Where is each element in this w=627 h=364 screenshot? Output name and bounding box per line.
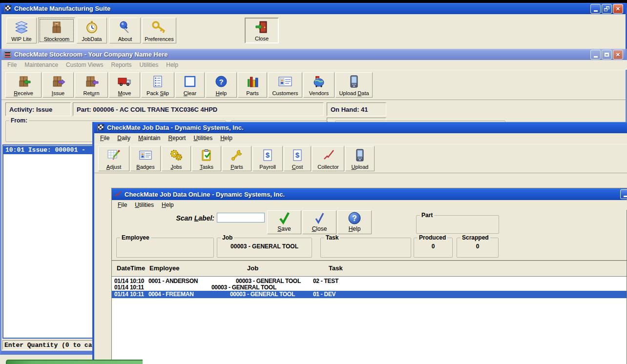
close-button[interactable]: Close xyxy=(302,210,336,234)
table-row[interactable]: 01/14 10:10 0001 - ANDERSON 00003 - GENE… xyxy=(112,278,627,284)
divider xyxy=(112,260,627,262)
upload-button[interactable]: Upload xyxy=(345,146,375,171)
table-row-selected[interactable]: 01/14 10:11 0004 - FREEMAN 00003 - GENER… xyxy=(112,291,627,298)
customers-button[interactable]: Customers xyxy=(268,72,302,98)
help-button[interactable]: ? Help xyxy=(206,72,237,98)
maximize-button[interactable] xyxy=(602,50,612,60)
stockroom-icon xyxy=(50,18,63,36)
online-titlebar[interactable]: CheckMate Job Data OnLine - Dynamic Syst… xyxy=(112,188,627,200)
payroll-button[interactable]: $ Payroll xyxy=(252,146,283,171)
suite-titlebar[interactable]: CheckMate Manufacturing Suite ✕ xyxy=(1,3,626,14)
pack-slip-icon xyxy=(152,73,164,90)
cost-label: Cost xyxy=(292,164,303,170)
jobdata-parts-button[interactable]: Parts xyxy=(222,146,251,171)
pda-icon xyxy=(355,146,365,164)
minimize-button[interactable] xyxy=(590,4,601,14)
wip-lite-button[interactable]: WIP Lite xyxy=(6,18,37,43)
minimize-icon xyxy=(624,196,627,197)
cell-job: 00003 - GENERAL TOOL xyxy=(230,291,295,298)
close-check-icon xyxy=(312,211,327,225)
parts-button[interactable]: Parts xyxy=(238,72,267,98)
list-item-selected[interactable]: 10:01 Issue: 000001 - xyxy=(3,146,93,154)
save-label: Save xyxy=(277,225,291,232)
tasks-button[interactable]: Tasks xyxy=(192,146,221,171)
jobdata-button[interactable]: JobData xyxy=(77,18,107,43)
menu-file[interactable]: File xyxy=(96,134,113,142)
close-label: Close xyxy=(312,225,327,232)
minimize-icon xyxy=(594,56,598,58)
stockroom-titlebar[interactable]: CheckMate Stockroom - Your Company Name … xyxy=(1,49,626,60)
issue-button[interactable]: Issue xyxy=(42,72,74,98)
menu-custom-views[interactable]: Custom Views xyxy=(62,61,107,69)
menu-help[interactable]: Help xyxy=(216,134,236,142)
desktop: CheckMate Manufacturing Suite ✕ WIP Lite… xyxy=(0,0,627,364)
vendors-button[interactable]: Vendors xyxy=(303,72,334,98)
menu-help[interactable]: Help xyxy=(158,201,178,209)
employee-label: Employee xyxy=(120,234,151,241)
adjust-label: Adjust xyxy=(106,164,122,170)
table-row[interactable]: 01/14 10:11 00003 - GENERAL TOOL xyxy=(112,284,627,291)
cell-employee: 0001 - ANDERSON xyxy=(148,278,198,284)
suite-close-button[interactable]: Close xyxy=(245,18,279,43)
adjust-grid-pencil-icon xyxy=(107,146,121,164)
jobs-button[interactable]: Jobs xyxy=(162,146,191,171)
collector-button[interactable]: Collector xyxy=(312,146,344,171)
save-button[interactable]: Save xyxy=(267,210,301,234)
suite-close-label: Close xyxy=(255,36,269,41)
adjust-button[interactable]: Adjust xyxy=(98,146,129,171)
menu-daily[interactable]: Daily xyxy=(113,134,134,142)
menu-report[interactable]: Report xyxy=(164,134,189,142)
wrench-icon xyxy=(230,146,243,164)
red-check-icon xyxy=(114,191,122,198)
issue-box-icon xyxy=(51,73,65,90)
menu-reports[interactable]: Reports xyxy=(107,61,136,69)
part-field: Part: 000006 - AC COIL TRANE TXC036C 4HP… xyxy=(73,102,324,116)
help-button[interactable]: ? Help xyxy=(337,210,372,234)
receive-button[interactable]: Receive xyxy=(5,72,42,98)
menu-utilities[interactable]: Utilities xyxy=(189,134,216,142)
transaction-list[interactable]: 10:01 Issue: 000001 - xyxy=(2,144,94,339)
menu-help[interactable]: Help xyxy=(162,61,182,69)
menu-maintenance[interactable]: Maintenance xyxy=(21,61,62,69)
task-label: Task xyxy=(324,234,340,241)
checkered-flag-icon xyxy=(97,124,104,131)
badges-button[interactable]: Badges xyxy=(130,146,161,171)
pack-slip-button[interactable]: Pack Slip xyxy=(141,72,174,98)
jobdata-parts-label: Parts xyxy=(230,164,243,170)
task-groupbox: Task xyxy=(320,238,411,258)
scrapped-label: Scrapped xyxy=(460,234,490,241)
stockroom-window-icon xyxy=(4,51,12,58)
return-button[interactable]: Return xyxy=(75,72,108,98)
cost-button[interactable]: $ Cost xyxy=(284,146,311,171)
menu-file[interactable]: File xyxy=(114,201,131,209)
menu-file[interactable]: File xyxy=(3,61,21,69)
jobdata-titlebar[interactable]: CheckMate Job Data - Dynamic Systems, In… xyxy=(94,122,627,133)
move-button[interactable]: Move xyxy=(109,72,140,98)
menu-utilities[interactable]: Utilities xyxy=(131,201,158,209)
green-partial-window[interactable] xyxy=(6,360,143,364)
upload-data-button[interactable]: Upload Data xyxy=(335,72,373,98)
preferences-button[interactable]: Preferences xyxy=(142,18,176,43)
tasks-label: Tasks xyxy=(200,164,213,170)
stockroom-button[interactable]: Stockroom xyxy=(38,18,75,43)
about-button[interactable]: About xyxy=(109,18,141,43)
minimize-button[interactable] xyxy=(590,50,601,60)
clear-button[interactable]: Clear xyxy=(175,72,205,98)
menu-maintain[interactable]: Maintain xyxy=(134,134,164,142)
scan-label-input[interactable] xyxy=(217,213,265,222)
restore-button[interactable] xyxy=(602,4,612,14)
close-button[interactable]: ✕ xyxy=(613,50,623,60)
status-text: Enter Quantity (0 to canc xyxy=(4,342,100,349)
payroll-label: Payroll xyxy=(259,164,276,170)
menu-utilities[interactable]: Utilities xyxy=(136,61,163,69)
header-time: Time xyxy=(130,264,145,272)
jobdata-title: CheckMate Job Data - Dynamic Systems, In… xyxy=(107,124,244,131)
receive-label: Receive xyxy=(14,90,33,96)
globe-cart-icon xyxy=(312,73,326,90)
transaction-table[interactable]: 01/14 10:10 0001 - ANDERSON 00003 - GENE… xyxy=(112,276,627,364)
save-check-icon xyxy=(276,211,292,225)
maximize-icon xyxy=(605,53,609,57)
close-button[interactable]: ✕ xyxy=(613,4,623,14)
return-label: Return xyxy=(83,90,99,96)
minimize-button[interactable] xyxy=(620,189,627,199)
